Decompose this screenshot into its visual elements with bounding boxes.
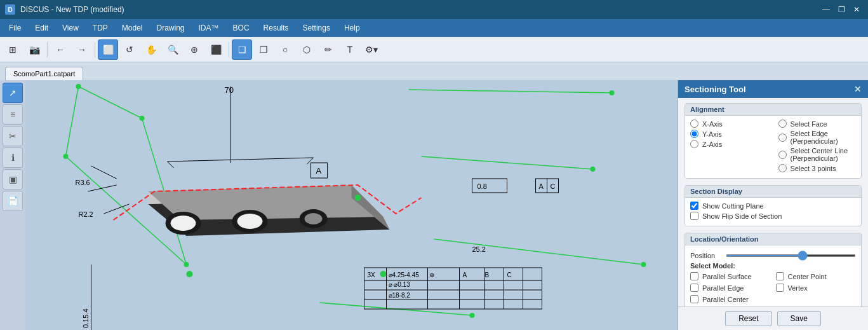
minimize-button[interactable]: — [820, 3, 832, 16]
panel-header: Sectioning Tool ✕ [678, 80, 868, 98]
checkbox-vertex[interactable] [776, 284, 784, 292]
menu-model[interactable]: Model [116, 21, 149, 35]
tool-polygon[interactable]: ⬡ [297, 39, 317, 60]
menu-settings[interactable]: Settings [297, 21, 337, 35]
section-display-body: Show Cutting Plane Show Flip Side of Sec… [685, 198, 861, 226]
close-button[interactable]: ✕ [850, 3, 863, 16]
svg-text:R3.6: R3.6 [76, 179, 90, 186]
alignment-section: Alignment X-Axis Y-Axis [684, 103, 862, 179]
side-btn-layers[interactable]: ≡ [3, 104, 23, 125]
tool-pan[interactable]: ✋ [141, 39, 161, 60]
checkbox-center-point[interactable] [776, 272, 784, 280]
svg-point-14 [641, 262, 646, 267]
menu-ida[interactable]: IDA™ [192, 21, 225, 35]
radio-zaxis[interactable] [690, 140, 698, 148]
tool-forward[interactable]: → [72, 39, 92, 60]
select-model-options: Parallel Surface Center Point Parallel E… [690, 272, 856, 305]
tool-circle[interactable]: ○ [275, 39, 295, 60]
side-btn-monitor[interactable]: ▣ [3, 169, 23, 189]
save-button[interactable]: Save [777, 311, 821, 326]
checkbox-parallel-center[interactable] [690, 295, 698, 303]
tool-select[interactable]: ⬜ [98, 39, 118, 60]
side-btn-arrow[interactable]: ↗ [3, 83, 23, 103]
alignment-col1: X-Axis Y-Axis Z-Axis [690, 120, 768, 174]
position-slider[interactable] [726, 254, 856, 257]
radio-select-face[interactable] [778, 120, 787, 128]
svg-point-29 [380, 271, 387, 277]
label-center-point: Center Point [788, 273, 827, 280]
svg-point-22 [171, 216, 196, 231]
checkbox-flip-side[interactable] [690, 212, 698, 220]
tool-copy2[interactable]: ❒ [253, 39, 274, 60]
svg-text:B: B [485, 272, 490, 278]
checkbox-row-parallel-center: Parallel Center [690, 295, 771, 303]
label-cutting-plane: Show Cutting Plane [702, 202, 764, 210]
toolbar: ⊞ 📷 ← → ⬜ ↺ ✋ 🔍 ⊕ ⬛ ❑ ❒ ○ ⬡ ✏ T ⚙▾ [0, 37, 868, 62]
radio-select-centerline[interactable] [778, 151, 787, 159]
tool-copy[interactable]: ❑ [232, 39, 252, 60]
tool-back[interactable]: ← [50, 39, 70, 60]
side-btn-scissors[interactable]: ✂ [3, 126, 23, 146]
tab-file[interactable]: ScomoPart1.catpart [5, 67, 83, 80]
svg-text:70: 70 [225, 85, 234, 95]
sep2 [95, 42, 95, 57]
tool-pen[interactable]: ✏ [318, 39, 338, 60]
menu-results[interactable]: Results [257, 21, 295, 35]
radio-row-xaxis: X-Axis [690, 120, 768, 128]
radio-select-3points[interactable] [778, 164, 787, 172]
radio-select-edge[interactable] [778, 134, 787, 142]
position-row: Position [690, 252, 856, 259]
tool-zoom[interactable]: ⊕ [184, 39, 204, 60]
checkbox-cutting-plane[interactable] [690, 202, 698, 210]
svg-point-27 [187, 271, 193, 277]
panel-title: Sectioning Tool [684, 85, 746, 94]
svg-text:⊕: ⊕ [429, 272, 434, 278]
menu-help[interactable]: Help [338, 21, 366, 35]
label-select-3points: Select 3 points [791, 165, 836, 172]
checkbox-row-cutting: Show Cutting Plane [690, 202, 856, 210]
section-display-header: Section Display [685, 186, 861, 198]
canvas-area[interactable]: ↗ ≡ ✂ ℹ ▣ 📄 [0, 80, 678, 330]
reset-button[interactable]: Reset [725, 311, 771, 326]
svg-text:C: C [507, 272, 512, 278]
svg-point-8 [184, 262, 189, 267]
drawing-canvas: R3.6 R2.2 70 0.8 A C [25, 80, 678, 330]
tool-search[interactable]: 🔍 [163, 39, 183, 60]
label-xaxis: X-Axis [702, 120, 723, 128]
radio-row-centerline: Select Center Line (Perpendicular) [778, 147, 857, 162]
tool-camera[interactable]: 📷 [24, 39, 44, 60]
menu-view[interactable]: View [56, 21, 85, 35]
checkbox-row-flip: Show Flip Side of Section [690, 212, 856, 220]
svg-text:3X: 3X [368, 272, 376, 278]
drawing-svg: R3.6 R2.2 70 0.8 A C [25, 80, 678, 330]
maximize-button[interactable]: ❐ [835, 3, 848, 16]
checkbox-row-parallel-surface: Parallel Surface [690, 272, 771, 280]
right-panel: Sectioning Tool ✕ Alignment X-Axis [678, 80, 868, 330]
menu-drawing[interactable]: Drawing [150, 21, 191, 35]
position-label: Position [690, 252, 722, 259]
tool-grid[interactable]: ⊞ [3, 39, 23, 60]
label-vertex: Vertex [788, 284, 808, 292]
menu-boc[interactable]: BOC [227, 21, 256, 35]
radio-xaxis[interactable] [690, 120, 698, 128]
menu-file[interactable]: File [3, 21, 27, 35]
menu-tdp[interactable]: TDP [86, 21, 114, 35]
label-parallel-surface: Parallel Surface [702, 273, 752, 280]
svg-point-10 [610, 90, 615, 95]
svg-text:C: C [551, 182, 556, 190]
tool-rotate[interactable]: ↺ [119, 39, 140, 60]
panel-close-button[interactable]: ✕ [854, 84, 862, 94]
side-btn-info[interactable]: ℹ [3, 148, 23, 168]
tool-text[interactable]: T [340, 39, 360, 60]
radio-row-3points: Select 3 points [778, 164, 857, 172]
label-parallel-center: Parallel Center [702, 296, 749, 303]
label-yaxis: Y-Axis [702, 130, 722, 138]
radio-yaxis[interactable] [690, 130, 698, 138]
checkbox-parallel-surface[interactable] [690, 272, 698, 280]
tool-more[interactable]: ⚙▾ [361, 39, 382, 60]
tool-frame[interactable]: ⬛ [206, 39, 226, 60]
menu-edit[interactable]: Edit [29, 21, 55, 35]
checkbox-parallel-edge[interactable] [690, 284, 698, 292]
radio-row-face: Select Face [778, 120, 857, 128]
side-btn-doc[interactable]: 📄 [3, 191, 23, 211]
